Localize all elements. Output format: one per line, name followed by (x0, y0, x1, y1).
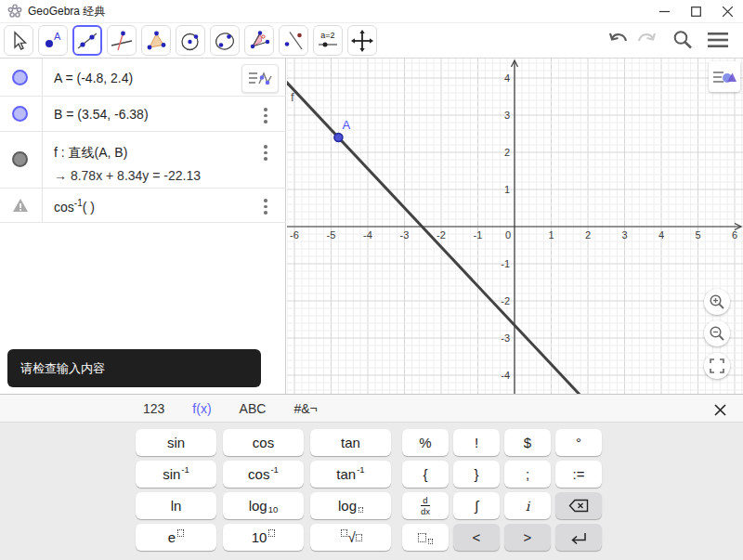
key-root[interactable]: √ (310, 524, 391, 551)
zoom-in-button[interactable] (704, 289, 730, 315)
close-keyboard-button[interactable] (710, 399, 730, 420)
tool-point[interactable]: A (38, 25, 68, 56)
geogebra-window: GeoGebra 经典 A (0, 0, 743, 560)
move-cursor-icon (7, 29, 31, 53)
key-{[interactable]: { (402, 461, 449, 488)
undo-button[interactable] (606, 26, 633, 54)
search-button[interactable] (669, 26, 697, 54)
redo-button[interactable] (632, 26, 659, 54)
redo-icon (634, 31, 657, 49)
tool-circle-with-center[interactable] (176, 25, 205, 56)
key-$[interactable]: $ (504, 429, 551, 456)
key-cos[interactable]: cos-1 (223, 461, 304, 488)
key->[interactable]: > (504, 524, 551, 551)
virtual-keyboard: 123f(x)ABC#&¬ sincostan%!$°sin-1cos-1tan… (0, 394, 743, 560)
algebra-row-input[interactable]: cos-1( ) (0, 189, 286, 223)
tool-line[interactable] (72, 25, 102, 56)
tool-move[interactable] (4, 25, 33, 56)
warning-icon (12, 198, 29, 213)
key-∫[interactable]: ∫ (453, 492, 500, 519)
y-tick-label: -3 (501, 332, 510, 344)
visibility-marble-B[interactable] (12, 106, 28, 122)
key-ln[interactable]: ln (136, 492, 216, 519)
key-backspace[interactable] (555, 492, 602, 519)
algebra-entry-f[interactable]: f : 直线(A, B) (54, 145, 127, 162)
graphics-settings-icon (711, 66, 737, 88)
reflect-tool-icon (281, 29, 306, 53)
tool-polygon[interactable] (141, 25, 171, 56)
maximize-button[interactable] (680, 0, 711, 23)
maximize-icon (691, 7, 701, 17)
key-e[interactable]: e (136, 524, 216, 551)
tool-move-graphics-view[interactable] (347, 25, 377, 56)
algebra-style-button[interactable] (241, 64, 279, 93)
y-tick-label: -2 (501, 295, 510, 306)
minimize-button[interactable] (648, 0, 680, 23)
row-B-menu-icon[interactable] (264, 108, 267, 126)
y-tick-label: -4 (501, 370, 510, 381)
x-tick-label: -1 (474, 229, 483, 241)
key-tan[interactable]: tan-1 (310, 461, 391, 488)
row-f-menu-icon[interactable] (264, 145, 267, 163)
key-10[interactable]: 10 (223, 524, 304, 551)
keyboard-row: lnlog10logddx∫i (136, 492, 602, 519)
algebra-row-f[interactable]: f : 直线(A, B) → 8.78x + 8.34y = -22.13 (0, 132, 286, 189)
x-tick-label: -6 (290, 229, 299, 241)
visibility-marble-f[interactable] (12, 151, 28, 167)
key-<[interactable]: < (453, 524, 500, 551)
key-:=[interactable]: := (555, 461, 602, 488)
tool-slider[interactable]: a=2 (313, 25, 343, 56)
zoom-out-button[interactable] (704, 320, 730, 346)
minimize-icon (659, 7, 670, 17)
x-tick-label: 1 (548, 229, 554, 241)
key-log[interactable]: log (310, 492, 391, 519)
algebra-input-expression[interactable]: cos-1( ) (54, 198, 95, 215)
y-tick-label: 3 (504, 110, 510, 121)
algebra-style-icon (247, 69, 273, 89)
y-tick-label: 4 (504, 72, 510, 84)
key-%[interactable]: % (402, 429, 449, 456)
key-cos[interactable]: cos (223, 429, 304, 456)
tool-conic-through-points[interactable] (210, 25, 240, 56)
tool-reflect-about-line[interactable] (279, 25, 308, 56)
x-tick-label: 6 (732, 229, 737, 241)
keyboard-row: e10√<> (136, 524, 602, 551)
keyboard-tab-#&¬[interactable]: #&¬ (290, 399, 320, 418)
key-°[interactable]: ° (555, 429, 602, 456)
algebra-row-B[interactable]: B = (3.54, -6.38) (0, 97, 286, 132)
algebra-row-A[interactable]: A = (-4.8, 2.4) (0, 59, 286, 97)
window-title: GeoGebra 经典 (28, 4, 105, 20)
key-;[interactable]: ; (504, 461, 551, 488)
key-i[interactable]: i (504, 492, 551, 519)
close-window-button[interactable] (711, 0, 743, 23)
line-tool-icon (75, 29, 99, 53)
key-![interactable]: ! (453, 429, 500, 456)
key-enter[interactable] (555, 524, 602, 551)
algebra-entry-B[interactable]: B = (3.54, -6.38) (54, 107, 149, 122)
key-subscript[interactable] (402, 524, 449, 551)
row-input-menu-icon[interactable] (264, 199, 267, 217)
key-}[interactable]: } (453, 461, 500, 488)
tool-angle[interactable] (244, 25, 274, 56)
title-bar: GeoGebra 经典 (0, 0, 743, 23)
key-tan[interactable]: tan (310, 429, 391, 456)
algebra-entry-A[interactable]: A = (-4.8, 2.4) (54, 71, 133, 85)
slider-label: a=2 (320, 31, 334, 40)
x-tick-label: -3 (400, 229, 410, 241)
visibility-marble-A[interactable] (12, 70, 28, 85)
keyboard-tab-123[interactable]: 123 (139, 399, 168, 418)
key-log[interactable]: log10 (223, 492, 304, 519)
graph-canvas[interactable]: -6-5-4-3-2-101234564321-1-2-3-4fA (287, 59, 743, 394)
fullscreen-button[interactable] (704, 353, 730, 379)
zoom-in-icon (709, 293, 725, 310)
tool-perpendicular-line[interactable] (107, 25, 137, 56)
keyboard-tab-f(x)[interactable]: f(x) (189, 399, 215, 418)
main-menu-button[interactable] (704, 26, 732, 54)
keyboard-tab-ABC[interactable]: ABC (236, 399, 270, 418)
perpendicular-line-icon (110, 29, 134, 53)
graphics-settings-button[interactable] (709, 61, 740, 92)
key-ddx[interactable]: ddx (402, 492, 449, 519)
key-sin[interactable]: sin (136, 429, 216, 456)
y-tick-label: 1 (504, 184, 510, 195)
key-sin[interactable]: sin-1 (136, 461, 216, 488)
